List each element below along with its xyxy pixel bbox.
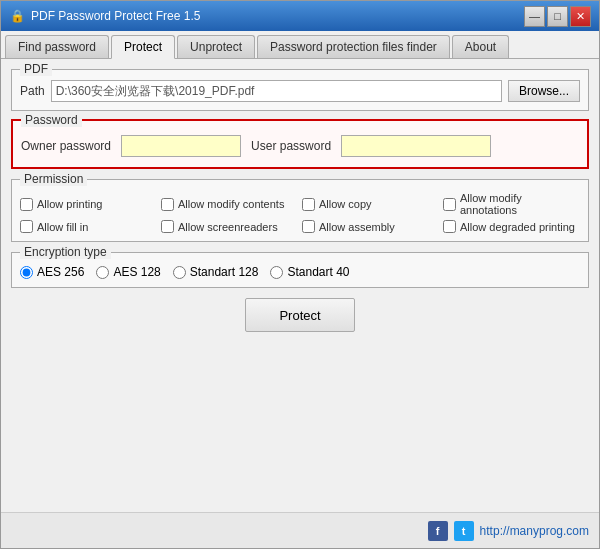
standard128-radio[interactable] bbox=[173, 266, 186, 279]
permission-allow-modify-contents: Allow modify contents bbox=[161, 192, 298, 216]
facebook-icon[interactable]: f bbox=[428, 521, 448, 541]
window-controls: — □ ✕ bbox=[524, 6, 591, 27]
permission-allow-screenreaders: Allow screenreaders bbox=[161, 220, 298, 233]
tab-about[interactable]: About bbox=[452, 35, 509, 58]
window-title: PDF Password Protect Free 1.5 bbox=[31, 9, 524, 23]
path-input[interactable] bbox=[51, 80, 502, 102]
aes256-radio[interactable] bbox=[20, 266, 33, 279]
permission-allow-fill-in: Allow fill in bbox=[20, 220, 157, 233]
aes256-label: AES 256 bbox=[37, 265, 84, 279]
protect-btn-row: Protect bbox=[11, 298, 589, 332]
permission-allow-degraded-printing: Allow degraded printing bbox=[443, 220, 580, 233]
allow-fill-in-label: Allow fill in bbox=[37, 221, 88, 233]
pdf-section: PDF Path Browse... bbox=[11, 69, 589, 111]
tab-unprotect[interactable]: Unprotect bbox=[177, 35, 255, 58]
tab-protect[interactable]: Protect bbox=[111, 35, 175, 59]
aes128-label: AES 128 bbox=[113, 265, 160, 279]
allow-modify-annotations-checkbox[interactable] bbox=[443, 198, 456, 211]
user-password-label: User password bbox=[251, 139, 331, 153]
standard128-label: Standart 128 bbox=[190, 265, 259, 279]
footer: f t http://manyprog.com bbox=[1, 512, 599, 548]
browse-button[interactable]: Browse... bbox=[508, 80, 580, 102]
encryption-standard128: Standart 128 bbox=[173, 265, 259, 279]
main-window: 🔒 PDF Password Protect Free 1.5 — □ ✕ Fi… bbox=[0, 0, 600, 549]
allow-degraded-printing-label: Allow degraded printing bbox=[460, 221, 575, 233]
allow-modify-contents-checkbox[interactable] bbox=[161, 198, 174, 211]
owner-password-input[interactable] bbox=[121, 135, 241, 157]
password-group-title: Password bbox=[21, 113, 82, 127]
allow-copy-checkbox[interactable] bbox=[302, 198, 315, 211]
standard40-radio[interactable] bbox=[270, 266, 283, 279]
allow-modify-contents-label: Allow modify contents bbox=[178, 198, 284, 210]
password-row: Owner password User password bbox=[21, 135, 579, 157]
permission-allow-printing: Allow printing bbox=[20, 192, 157, 216]
path-row: Path Browse... bbox=[20, 80, 580, 102]
encryption-row: AES 256 AES 128 Standart 128 Standart 40 bbox=[20, 265, 580, 279]
twitter-icon[interactable]: t bbox=[454, 521, 474, 541]
allow-modify-annotations-label: Allow modify annotations bbox=[460, 192, 580, 216]
allow-degraded-printing-checkbox[interactable] bbox=[443, 220, 456, 233]
allow-assembly-checkbox[interactable] bbox=[302, 220, 315, 233]
minimize-button[interactable]: — bbox=[524, 6, 545, 27]
allow-screenreaders-checkbox[interactable] bbox=[161, 220, 174, 233]
website-link[interactable]: http://manyprog.com bbox=[480, 524, 589, 538]
maximize-button[interactable]: □ bbox=[547, 6, 568, 27]
standard40-label: Standart 40 bbox=[287, 265, 349, 279]
encryption-standard40: Standart 40 bbox=[270, 265, 349, 279]
app-icon: 🔒 bbox=[9, 8, 25, 24]
tab-find-password[interactable]: Find password bbox=[5, 35, 109, 58]
permission-group-box: Permission Allow printing Allow modify c… bbox=[11, 179, 589, 242]
allow-printing-label: Allow printing bbox=[37, 198, 102, 210]
path-label: Path bbox=[20, 84, 45, 98]
close-button[interactable]: ✕ bbox=[570, 6, 591, 27]
title-bar: 🔒 PDF Password Protect Free 1.5 — □ ✕ bbox=[1, 1, 599, 31]
allow-printing-checkbox[interactable] bbox=[20, 198, 33, 211]
main-content: PDF Path Browse... Password Owner passwo… bbox=[1, 59, 599, 512]
encryption-aes128: AES 128 bbox=[96, 265, 160, 279]
password-group-box: Password Owner password User password bbox=[11, 119, 589, 169]
tab-bar: Find password Protect Unprotect Password… bbox=[1, 31, 599, 59]
aes128-radio[interactable] bbox=[96, 266, 109, 279]
pdf-group-title: PDF bbox=[20, 62, 52, 76]
permission-grid: Allow printing Allow modify contents All… bbox=[20, 192, 580, 233]
pdf-group-box: PDF Path Browse... bbox=[11, 69, 589, 111]
encryption-group-box: Encryption type AES 256 AES 128 Standart… bbox=[11, 252, 589, 288]
allow-assembly-label: Allow assembly bbox=[319, 221, 395, 233]
permission-allow-copy: Allow copy bbox=[302, 192, 439, 216]
tab-password-protection-finder[interactable]: Password protection files finder bbox=[257, 35, 450, 58]
allow-screenreaders-label: Allow screenreaders bbox=[178, 221, 278, 233]
allow-copy-label: Allow copy bbox=[319, 198, 372, 210]
permission-allow-modify-annotations: Allow modify annotations bbox=[443, 192, 580, 216]
permission-group-title: Permission bbox=[20, 172, 87, 186]
allow-fill-in-checkbox[interactable] bbox=[20, 220, 33, 233]
encryption-group-title: Encryption type bbox=[20, 245, 111, 259]
encryption-aes256: AES 256 bbox=[20, 265, 84, 279]
owner-password-label: Owner password bbox=[21, 139, 111, 153]
protect-button[interactable]: Protect bbox=[245, 298, 355, 332]
user-password-input[interactable] bbox=[341, 135, 491, 157]
permission-allow-assembly: Allow assembly bbox=[302, 220, 439, 233]
